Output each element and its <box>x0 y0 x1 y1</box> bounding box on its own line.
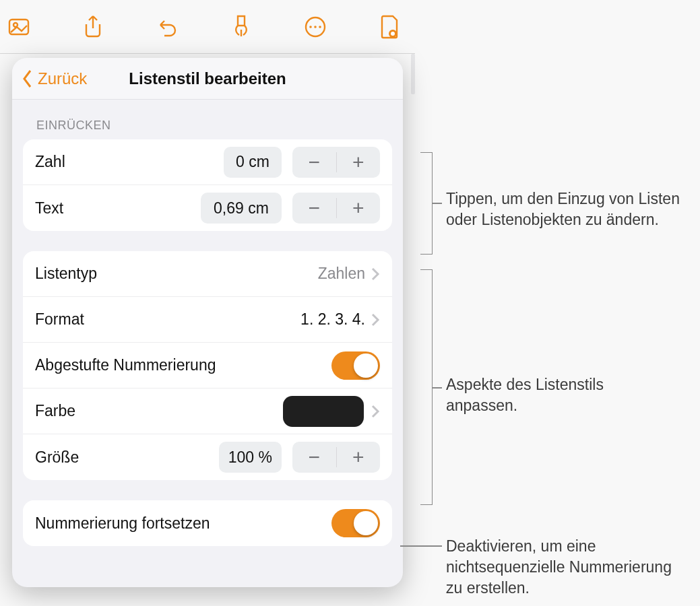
indent-number-value[interactable]: 0 cm <box>224 147 282 178</box>
indent-text-value[interactable]: 0,69 cm <box>201 193 282 224</box>
media-icon[interactable] <box>3 11 35 43</box>
format-label: Format <box>35 310 300 329</box>
back-button[interactable]: Zurück <box>20 58 87 100</box>
listtype-label: Listentyp <box>35 265 318 283</box>
list-style-popover: Zurück Listenstil bearbeiten Einrücken Z… <box>12 58 403 587</box>
section-indent-label: Einrücken <box>23 100 392 139</box>
chevron-right-icon <box>371 405 380 418</box>
callout-text-2: Aspekte des Listenstils anpassen. <box>446 374 662 416</box>
svg-point-4 <box>314 26 317 28</box>
svg-point-7 <box>391 32 395 36</box>
listtype-value: Zahlen <box>318 265 365 283</box>
continue-toggle[interactable] <box>331 509 380 537</box>
continue-group: Nummerierung fortsetzen <box>23 500 392 546</box>
listtype-row[interactable]: Listentyp Zahlen <box>23 251 392 297</box>
color-swatch[interactable] <box>283 396 364 427</box>
indent-text-stepper: − + <box>292 193 380 224</box>
size-value[interactable]: 100 % <box>219 442 282 473</box>
format-brush-icon[interactable] <box>225 11 257 43</box>
size-stepper: − + <box>292 442 380 473</box>
toolbar <box>0 0 415 54</box>
format-row[interactable]: Format 1. 2. 3. 4. <box>23 297 392 343</box>
indent-group: Zahl 0 cm − + Text 0,69 cm − + <box>23 139 392 231</box>
indent-number-row: Zahl 0 cm − + <box>23 139 392 185</box>
size-minus[interactable]: − <box>292 442 336 473</box>
document-edge-decoration <box>411 54 415 94</box>
svg-point-3 <box>309 26 312 28</box>
continue-label: Nummerierung fortsetzen <box>35 514 331 533</box>
indent-number-minus[interactable]: − <box>292 147 336 178</box>
svg-point-5 <box>319 26 321 28</box>
indent-number-stepper: − + <box>292 147 380 178</box>
size-row: Größe 100 % − + <box>23 434 392 480</box>
chevron-right-icon <box>371 267 380 281</box>
callout-lead-2 <box>433 387 442 389</box>
share-icon[interactable] <box>77 11 109 43</box>
indent-text-row: Text 0,69 cm − + <box>23 185 392 231</box>
tiered-row: Abgestufte Nummerierung <box>23 343 392 389</box>
callout-lead-1 <box>433 203 442 204</box>
continue-row: Nummerierung fortsetzen <box>23 500 392 546</box>
callout-text-3: Deaktivieren, um eine nichtsequenzielle … <box>446 536 689 599</box>
size-plus[interactable]: + <box>337 442 381 473</box>
color-row[interactable]: Farbe <box>23 389 392 434</box>
style-group: Listentyp Zahlen Format 1. 2. 3. 4. Abge… <box>23 251 392 480</box>
callout-text-1: Tippen, um den Einzug von Listen oder Li… <box>446 189 689 230</box>
indent-text-minus[interactable]: − <box>292 193 336 224</box>
popover-title: Listenstil bearbeiten <box>129 69 286 88</box>
indent-number-label: Zahl <box>35 153 224 171</box>
color-label: Farbe <box>35 402 283 420</box>
indent-number-plus[interactable]: + <box>337 147 381 178</box>
undo-icon[interactable] <box>151 11 183 43</box>
more-icon[interactable] <box>299 11 331 43</box>
format-value: 1. 2. 3. 4. <box>300 310 365 329</box>
tiered-toggle[interactable] <box>331 351 380 380</box>
size-label: Größe <box>35 448 219 467</box>
callout-bracket-1 <box>420 152 433 255</box>
indent-text-plus[interactable]: + <box>337 193 381 224</box>
back-label: Zurück <box>38 69 87 88</box>
callout-lead-3 <box>400 545 442 547</box>
tiered-label: Abgestufte Nummerierung <box>35 356 331 374</box>
callout-bracket-2 <box>420 269 433 505</box>
popover-header: Zurück Listenstil bearbeiten <box>12 58 403 100</box>
chevron-right-icon <box>371 313 380 327</box>
document-options-icon[interactable] <box>373 11 406 43</box>
indent-text-label: Text <box>35 199 201 217</box>
